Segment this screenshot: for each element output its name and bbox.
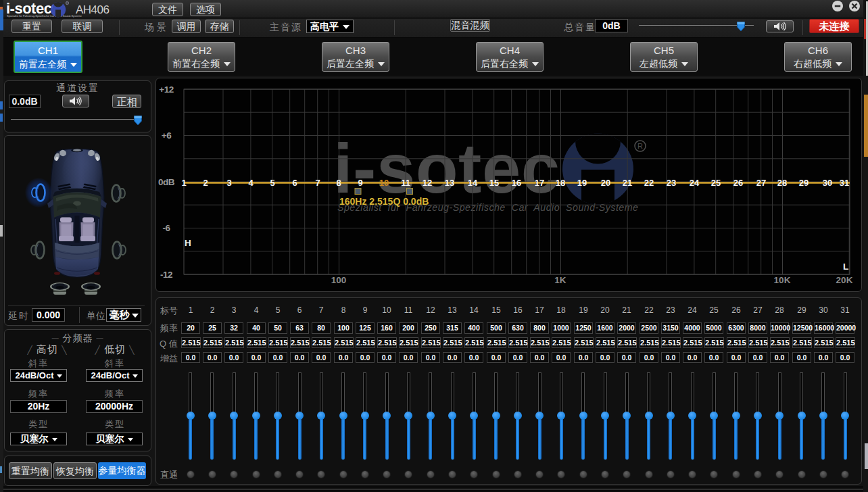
svg-text:160Hz 2.515Q 0.0dB: 160Hz 2.515Q 0.0dB [339,196,429,207]
svg-text:6: 6 [292,178,297,188]
svg-text:21: 21 [623,178,632,188]
svg-text:24: 24 [690,178,700,188]
svg-text:13: 13 [445,178,454,188]
svg-text:7: 7 [315,178,320,188]
svg-text:29: 29 [799,178,809,188]
svg-text:9: 9 [358,178,362,188]
svg-text:23: 23 [667,178,676,188]
svg-text:12: 12 [423,178,432,188]
svg-text:5: 5 [270,178,274,188]
svg-text:20K: 20K [836,275,853,285]
svg-text:17: 17 [535,178,544,188]
svg-text:10K: 10K [774,275,791,285]
svg-text:R: R [637,142,643,150]
svg-text:14: 14 [468,178,478,188]
svg-text:22: 22 [644,178,654,188]
svg-text:11: 11 [401,178,410,188]
svg-text:26: 26 [733,178,743,188]
svg-text:30: 30 [823,178,832,188]
svg-text:H: H [185,238,191,248]
svg-text:100: 100 [331,275,347,285]
svg-text:31: 31 [840,178,849,188]
svg-text:10: 10 [379,178,389,188]
svg-text:+6: +6 [162,130,172,141]
svg-text:-12: -12 [160,270,172,280]
svg-text:L: L [843,262,848,272]
svg-text:16: 16 [512,178,521,188]
svg-text:18: 18 [556,178,565,188]
svg-text:20: 20 [601,178,610,188]
svg-text:3: 3 [226,178,231,188]
svg-text:-6: -6 [162,223,170,233]
svg-text:28: 28 [777,178,787,188]
svg-text:4: 4 [248,178,254,188]
svg-text:19: 19 [577,178,587,188]
svg-text:0dB: 0dB [158,177,175,187]
svg-text:27: 27 [756,178,766,188]
svg-text:2: 2 [203,178,208,188]
svg-text:8: 8 [336,178,341,188]
svg-text:1K: 1K [554,275,566,285]
svg-text:25: 25 [711,178,721,188]
svg-text:+12: +12 [159,84,173,95]
svg-text:R: R [66,1,68,5]
svg-text:1: 1 [181,178,186,188]
svg-text:15: 15 [489,178,499,188]
